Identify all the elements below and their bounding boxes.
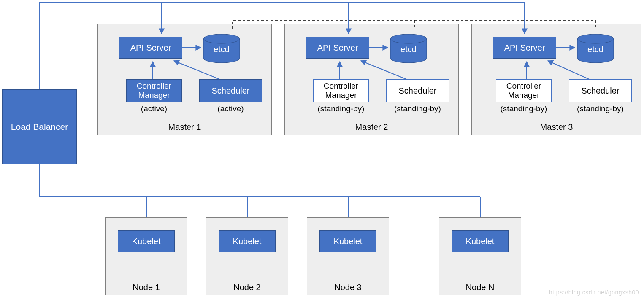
m3-api-label: API Server [504,43,545,53]
nN-kubelet: Kubelet [452,230,509,252]
m1-api-server: API Server [119,37,182,59]
m2-api-server: API Server [306,37,369,59]
m1-scheduler-label: Scheduler [211,86,249,96]
n2-title: Node 2 [206,283,288,292]
m3-controller-label: Controller Manager [496,81,551,100]
m3-title: Master 3 [471,122,641,132]
nN-kubelet-label: Kubelet [466,237,495,246]
m2-scheduler-label: Scheduler [398,86,436,96]
m1-scheduler-state: (active) [199,104,262,113]
m3-controller-manager: Controller Manager [496,79,552,102]
m2-controller-state: (standing-by) [313,104,369,113]
n3-kubelet: Kubelet [319,230,376,252]
n1-kubelet-label: Kubelet [132,237,161,246]
lb-bottom-line [40,164,480,197]
m1-scheduler: Scheduler [199,79,262,102]
m1-api-label: API Server [130,43,171,53]
n2-kubelet-label: Kubelet [233,237,262,246]
n3-kubelet-label: Kubelet [334,237,363,246]
m3-scheduler-label: Scheduler [581,86,619,96]
m2-scheduler: Scheduler [386,79,449,102]
n1-title: Node 1 [105,283,187,292]
m3-scheduler: Scheduler [569,79,632,102]
m1-title: Master 1 [97,122,272,132]
m2-scheduler-state: (standing-by) [386,104,449,113]
m3-scheduler-state: (standing-by) [569,104,632,113]
m1-controller-label: Controller Manager [127,81,181,100]
n3-title: Node 3 [307,283,389,292]
m2-api-label: API Server [317,43,358,53]
m2-controller-label: Controller Manager [314,81,368,100]
n1-kubelet: Kubelet [118,230,175,252]
n2-kubelet: Kubelet [219,230,276,252]
load-balancer: Load Balancer [2,89,77,164]
m1-controller-state: (active) [126,104,182,113]
m2-title: Master 2 [284,122,459,132]
diagram-root: { "loadBalancer": { "label": "Load Balan… [0,0,644,299]
m3-controller-state: (standing-by) [492,104,556,113]
m3-api-server: API Server [493,37,556,59]
watermark: https://blog.csdn.net/gongxsh00 [549,289,639,296]
nN-title: Node N [439,283,521,292]
m2-controller-manager: Controller Manager [313,79,369,102]
load-balancer-label: Load Balancer [11,122,68,132]
m1-controller-manager: Controller Manager [126,79,182,102]
